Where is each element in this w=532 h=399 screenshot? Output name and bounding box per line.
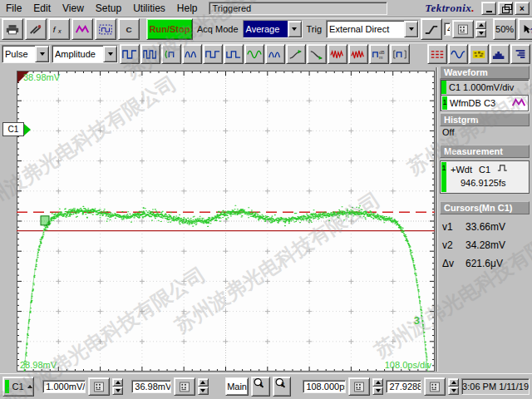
- channel-color-bar: [441, 81, 446, 94]
- period-button[interactable]: [140, 44, 160, 64]
- chevron-down-icon[interactable]: [288, 21, 302, 37]
- measurement-source: C1: [479, 165, 490, 175]
- acquisition-window-button[interactable]: [95, 18, 116, 40]
- keypad-button[interactable]: [88, 377, 110, 396]
- divider: [436, 67, 437, 372]
- menu-help[interactable]: Help: [171, 1, 204, 16]
- noise-peak-2-button[interactable]: [348, 44, 368, 64]
- positive-pulses-button[interactable]: [203, 44, 223, 64]
- trig-source-dropdown[interactable]: External Direct: [326, 20, 419, 38]
- close-icon: ×: [520, 4, 525, 13]
- readout-sidebar: Waveform C1 1.000mV/div 1 WfmDB C3 Histg…: [439, 66, 530, 372]
- acq-mode-label: Acq Mode: [195, 24, 241, 34]
- cursor-v2-readout: v2 34.28mV: [439, 236, 530, 254]
- minimize-icon: [486, 11, 492, 12]
- run-stop-button[interactable]: Run/Stop: [146, 18, 193, 40]
- waveform-display-area[interactable]: 38.98mV 28.98mV 108.0ps/div 3: [17, 71, 435, 372]
- vertical-scale-spinner[interactable]: [112, 378, 123, 395]
- menu-utilities[interactable]: Utilities: [127, 1, 171, 16]
- zoom-2-button[interactable]: 2: [273, 377, 291, 397]
- channel-position-marker[interactable]: C1: [2, 122, 31, 136]
- vertical-position-spinner[interactable]: [198, 378, 209, 395]
- vertical-scale-field[interactable]: 1.000mV/: [42, 380, 86, 393]
- horizontal-scale-spinner[interactable]: [372, 378, 383, 395]
- trig-level-spinner[interactable]: [475, 21, 486, 37]
- horizontal-position-field[interactable]: 27.9288: [386, 380, 421, 393]
- trig-slope-button[interactable]: [421, 18, 442, 40]
- display-size-button[interactable]: 50%: [493, 18, 516, 40]
- dbm-pulse-button[interactable]: dBm: [369, 44, 389, 64]
- waveform-database-button[interactable]: [71, 18, 93, 40]
- channel-select-button[interactable]: C1: [2, 377, 34, 397]
- menu-view[interactable]: View: [57, 1, 90, 16]
- measure-type-dropdown[interactable]: Amplitude: [52, 45, 118, 63]
- cursor-v1-readout: v1 33.66mV: [439, 218, 530, 236]
- histogram-button[interactable]: [490, 44, 510, 64]
- waveform-row-label: WfmDB C3: [450, 98, 495, 108]
- fall-time-button[interactable]: [307, 44, 327, 64]
- keypad-button[interactable]: [424, 377, 446, 396]
- context-help-button[interactable]: ?: [518, 18, 532, 40]
- print-button[interactable]: [2, 18, 23, 40]
- chevron-down-icon[interactable]: [103, 46, 117, 62]
- channel-marker-label: C1: [2, 122, 24, 136]
- keypad-button[interactable]: [452, 20, 474, 38]
- vertical-histogram-button[interactable]: [510, 44, 530, 64]
- vertical-position-field[interactable]: 36.98mV: [131, 380, 170, 393]
- clock-display: 3:06 PM 1/11/19: [461, 378, 530, 395]
- chevron-down-icon[interactable]: [404, 21, 418, 37]
- keypad-button[interactable]: [348, 377, 370, 396]
- svg-text:m: m: [379, 54, 383, 59]
- svg-text:x: x: [57, 27, 62, 35]
- waveform-row-c1[interactable]: C1 1.000mV/div: [441, 80, 529, 95]
- minimize-button[interactable]: [481, 2, 496, 15]
- chevron-down-icon[interactable]: [35, 46, 49, 62]
- trig-source-value: External Direct: [327, 21, 404, 37]
- acq-mode-dropdown[interactable]: Average: [243, 20, 303, 38]
- measure-category-dropdown[interactable]: Pulse: [2, 45, 50, 63]
- measure-category-value: Pulse: [2, 46, 35, 62]
- trig-level-field[interactable]: 40.40mV: [444, 22, 451, 36]
- zoom-1-button[interactable]: 1: [251, 377, 269, 397]
- histogram-section-header: Histgrm: [440, 113, 530, 126]
- horizontal-scale-field[interactable]: 108.000ps: [303, 380, 346, 393]
- math-function-button[interactable]: fx: [48, 18, 70, 40]
- cursors-button[interactable]: [427, 44, 447, 64]
- close-button[interactable]: ×: [515, 2, 530, 15]
- gated-measure-button[interactable]: [161, 44, 181, 64]
- oscilloscope-application: File Edit View Setup Utilities Help Trig…: [0, 0, 532, 399]
- peaks-button[interactable]: [265, 44, 285, 64]
- magnifier-icon: [273, 380, 288, 390]
- rise-time-button[interactable]: [286, 44, 306, 64]
- color-grade-button[interactable]: [469, 44, 489, 64]
- measurement-color-bar: 1: [441, 162, 446, 192]
- horizontal-position-spinner[interactable]: [448, 378, 459, 395]
- clear-data-button[interactable]: C: [118, 18, 140, 40]
- measurement-section-header: Measurement: [440, 145, 530, 158]
- setup-tools-button[interactable]: [25, 18, 47, 40]
- measurement-name: +Wdt: [451, 165, 472, 175]
- define-waveform-button[interactable]: [448, 44, 468, 64]
- measure-type-value: Amplitude: [52, 46, 103, 62]
- restore-button[interactable]: [498, 2, 513, 15]
- pulse-width-button[interactable]: [120, 44, 140, 64]
- menu-bar: File Edit View Setup Utilities Help Trig…: [0, 0, 532, 17]
- channel-color-bar: [5, 380, 9, 393]
- menu-file[interactable]: File: [0, 1, 27, 16]
- burst-button[interactable]: [182, 44, 202, 64]
- negative-pulses-button[interactable]: [224, 44, 244, 64]
- cursors-section-header: Cursors(Mn C1): [440, 201, 530, 214]
- restore-icon: [502, 7, 510, 13]
- menu-setup[interactable]: Setup: [90, 1, 127, 16]
- measurement-readout[interactable]: 1 +Wdt C1 946.9125fs: [440, 160, 530, 194]
- menu-edit[interactable]: Edit: [27, 1, 57, 16]
- keypad-button[interactable]: [174, 377, 195, 396]
- wave-pair-button[interactable]: [244, 44, 264, 64]
- waveform-row-wfmdb[interactable]: 1 WfmDB C3: [441, 95, 529, 111]
- trace-reference-marker[interactable]: [41, 216, 49, 225]
- scope-graticule: [17, 71, 435, 372]
- pulse-select-button[interactable]: [390, 44, 410, 64]
- noise-peak-1-button[interactable]: [328, 44, 347, 64]
- triangle-up-icon: [27, 385, 32, 388]
- timebase-mode-button[interactable]: Main: [225, 377, 249, 396]
